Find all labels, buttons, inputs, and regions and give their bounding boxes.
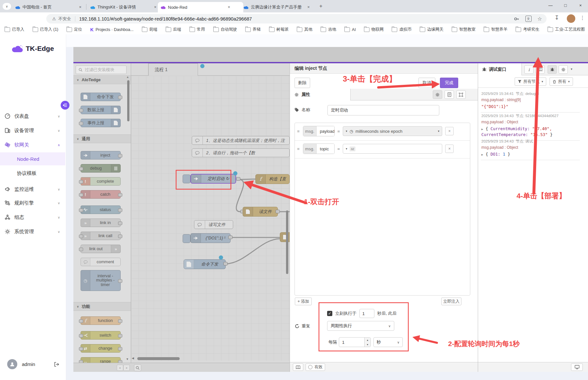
profile-avatar[interactable]	[567, 14, 575, 23]
palette-scroll-prev-button[interactable]: «	[117, 365, 123, 371]
comment-node-1[interactable]: 1、这是动态生成随机温湿度；使用时，注	[192, 136, 290, 145]
bookmark-folder[interactable]: 已导入 (1)	[33, 27, 58, 32]
stepper-up-icon[interactable]: ▲	[365, 338, 370, 342]
open-debug-window-button[interactable]	[571, 363, 583, 371]
tab-properties[interactable]: 属性	[290, 89, 351, 100]
comment-node-2[interactable]: 2、请自行，拖动一个【数	[192, 148, 290, 157]
palette-node-switch[interactable]: switch	[81, 331, 121, 340]
browser-tab-3-active[interactable]: Node-Red ×	[158, 2, 243, 12]
topic-value-input[interactable]: ▾ az	[343, 144, 442, 154]
palette-node-link-in[interactable]: »link in	[81, 219, 121, 227]
tab-close-icon[interactable]: ×	[306, 4, 311, 10]
user-avatar[interactable]	[7, 359, 17, 369]
canvas-scroll-left-icon[interactable]: ◀	[132, 357, 134, 360]
inject-node-timer[interactable]: 定时启动 ↻	[190, 174, 236, 184]
repeat-mode-select[interactable]: 周期性执行 ∨	[327, 321, 394, 331]
bookmark-folder[interactable]: 智慧教室	[452, 27, 475, 32]
done-button[interactable]: 完成	[440, 78, 458, 88]
sidebar-item-rule-engine[interactable]: 规则引擎 ∨	[5, 197, 62, 209]
palette-category-common[interactable]: ∨通用	[73, 134, 131, 143]
palette-node-catch[interactable]: !catch	[81, 190, 121, 199]
bookmark-folder[interactable]: 边缘网关	[420, 27, 444, 32]
bookmark-thingskit[interactable]: KProjects · Dashboa...	[90, 27, 134, 32]
sidebar-collapse-button[interactable]	[61, 101, 69, 110]
bookmark-folder[interactable]: 后端	[166, 27, 181, 32]
password-key-icon[interactable]	[514, 16, 520, 22]
bookmark-folder[interactable]: 智慧养羊	[484, 27, 507, 32]
once-checkbox[interactable]: ✓	[327, 311, 332, 316]
command-send-node[interactable]: 命令下发	[184, 259, 226, 269]
bookmark-star-icon[interactable]: ☆	[537, 16, 542, 22]
tab-close-icon[interactable]: ×	[77, 4, 83, 10]
bookmark-folder[interactable]: 虚拟币	[392, 27, 412, 32]
palette-node-data-report[interactable]: 数据上报	[81, 106, 121, 114]
remove-row-button[interactable]: ×	[445, 127, 454, 135]
bookmark-folder[interactable]: 定位	[67, 27, 82, 32]
tab-close-icon[interactable]: ×	[152, 4, 158, 10]
stepper-down-icon[interactable]: ▼	[365, 342, 370, 347]
once-delay-input[interactable]	[359, 309, 374, 318]
flow-canvas[interactable]: 1、这是动态生成随机温湿度；使用时，注 2、请自行，拖动一个【数 定时启动 ↻ …	[131, 76, 290, 361]
output-port[interactable]	[236, 177, 240, 181]
palette-search[interactable]: 过滤已安装模块	[76, 66, 127, 74]
sidebar-item-soft-gateway[interactable]: 软网关 ∧	[5, 139, 62, 151]
edit-description-icon-button[interactable]	[445, 90, 454, 99]
window-maximize-button[interactable]: □	[558, 0, 573, 11]
drag-handle-icon[interactable]: ≡	[297, 129, 300, 134]
palette-node-inject[interactable]: inject	[81, 151, 121, 160]
palette-node-event-report[interactable]: 事件上报	[81, 119, 121, 127]
inject-node-do1[interactable]: {"DO1":1} ¹	[190, 233, 231, 243]
debug-sidebar-button-active[interactable]	[548, 65, 557, 74]
browser-menu-kebab-icon[interactable]: ⋮	[580, 15, 585, 21]
logout-icon[interactable]	[54, 362, 59, 367]
palette-category-function[interactable]: ∨功能	[73, 302, 131, 311]
palette-node-debug[interactable]: debug	[81, 164, 121, 173]
add-row-button[interactable]: +添加	[295, 297, 312, 305]
palette-category-aiotedge[interactable]: ∨AIoTedge	[73, 75, 131, 84]
bookmark-folder[interactable]: 养猪	[245, 27, 261, 32]
browser-tab-1[interactable]: 中国电信 - 首页 ×	[12, 2, 90, 12]
inject-button-trigger[interactable]	[183, 234, 190, 243]
window-close-button[interactable]: ×	[573, 0, 588, 11]
palette-scrollbar[interactable]	[127, 80, 129, 121]
bookmark-folder[interactable]: 树莓派	[269, 27, 289, 32]
translate-icon[interactable]: 文	[525, 16, 532, 22]
tab-close-icon[interactable]: ×	[226, 4, 232, 10]
info-sidebar-button[interactable]: i	[524, 65, 534, 74]
inject-button-trigger[interactable]	[183, 175, 190, 183]
output-port[interactable]	[228, 236, 233, 239]
node-enabled-toggle[interactable]: 有效	[306, 363, 325, 371]
bookmark-folder[interactable]: 其他	[297, 27, 312, 32]
every-value-stepper[interactable]: 1 ▲▼	[339, 337, 371, 347]
payload-value-select[interactable]: ▾ ◷ milliseconds since epoch ▾	[343, 126, 442, 136]
bookmark-folder[interactable]: 自动驾驶	[213, 27, 237, 32]
palette-node-change[interactable]: ⇄change	[81, 344, 121, 353]
palette-node-interval-timer[interactable]: ◷interval - multiples - timer	[81, 270, 121, 291]
palette-node-link-out[interactable]: link out»	[81, 245, 121, 253]
file-in-node-read[interactable]: 读文件	[243, 207, 278, 217]
delete-button[interactable]: 删除	[294, 78, 310, 88]
palette-node-function[interactable]: ffunction	[81, 316, 121, 325]
sidebar-item-system[interactable]: 系统管理 ∨	[5, 225, 62, 238]
canvas-zoom-search-button[interactable]	[134, 364, 141, 371]
drag-handle-icon[interactable]: ≡	[297, 146, 300, 151]
sidebar-subitem-node-red[interactable]: Node-Red	[0, 152, 65, 165]
browser-tab-4[interactable]: 云腾边缘计算盒子产品手册 ×	[241, 2, 319, 12]
help-sidebar-button[interactable]	[535, 65, 545, 74]
config-sidebar-button[interactable]	[559, 65, 568, 74]
edit-properties-icon-button[interactable]	[433, 90, 442, 99]
window-minimize-button[interactable]: —	[543, 0, 558, 11]
tab-debug-window[interactable]: 调试窗口	[478, 63, 522, 75]
palette-node-complete[interactable]: !complete	[81, 177, 121, 186]
bookmark-folder[interactable]: 吉他	[321, 27, 336, 32]
new-tab-button[interactable]: +	[317, 3, 325, 10]
canvas-vertical-scrollbar[interactable]	[286, 210, 288, 274]
palette-node-link-call[interactable]: »link call	[81, 232, 121, 240]
flow-tab-1[interactable]: 流程 1	[148, 63, 198, 76]
bookmark-folder[interactable]: 考研究生	[516, 27, 539, 32]
palette-node-comment[interactable]: comment	[81, 258, 121, 266]
palette-scroll-next-button[interactable]: »	[123, 365, 130, 371]
function-node-construct[interactable]: f 构造【直	[255, 174, 290, 184]
edit-appearance-icon-button[interactable]	[456, 90, 466, 99]
sidebar-item-scada[interactable]: 组态 ∨	[5, 211, 62, 223]
